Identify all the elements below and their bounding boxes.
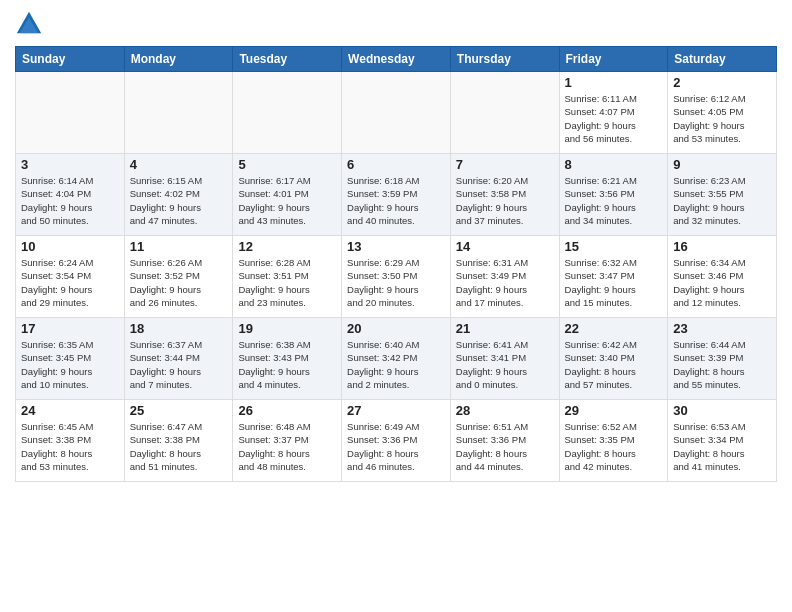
calendar-day-header: Sunday (16, 47, 125, 72)
calendar-day-cell: 17Sunrise: 6:35 AM Sunset: 3:45 PM Dayli… (16, 318, 125, 400)
day-info: Sunrise: 6:14 AM Sunset: 4:04 PM Dayligh… (21, 174, 119, 227)
calendar-day-cell (342, 72, 451, 154)
calendar-day-cell: 2Sunrise: 6:12 AM Sunset: 4:05 PM Daylig… (668, 72, 777, 154)
day-info: Sunrise: 6:38 AM Sunset: 3:43 PM Dayligh… (238, 338, 336, 391)
calendar-day-cell: 27Sunrise: 6:49 AM Sunset: 3:36 PM Dayli… (342, 400, 451, 482)
calendar-day-header: Tuesday (233, 47, 342, 72)
calendar-day-header: Friday (559, 47, 668, 72)
day-number: 10 (21, 239, 119, 254)
day-info: Sunrise: 6:41 AM Sunset: 3:41 PM Dayligh… (456, 338, 554, 391)
day-info: Sunrise: 6:17 AM Sunset: 4:01 PM Dayligh… (238, 174, 336, 227)
calendar-day-cell: 1Sunrise: 6:11 AM Sunset: 4:07 PM Daylig… (559, 72, 668, 154)
logo-icon (15, 10, 43, 38)
day-number: 29 (565, 403, 663, 418)
calendar-day-cell: 18Sunrise: 6:37 AM Sunset: 3:44 PM Dayli… (124, 318, 233, 400)
day-info: Sunrise: 6:40 AM Sunset: 3:42 PM Dayligh… (347, 338, 445, 391)
day-info: Sunrise: 6:47 AM Sunset: 3:38 PM Dayligh… (130, 420, 228, 473)
page: SundayMondayTuesdayWednesdayThursdayFrid… (0, 0, 792, 612)
day-info: Sunrise: 6:26 AM Sunset: 3:52 PM Dayligh… (130, 256, 228, 309)
calendar-day-header: Monday (124, 47, 233, 72)
calendar-day-cell (16, 72, 125, 154)
day-info: Sunrise: 6:12 AM Sunset: 4:05 PM Dayligh… (673, 92, 771, 145)
calendar-week-row: 17Sunrise: 6:35 AM Sunset: 3:45 PM Dayli… (16, 318, 777, 400)
calendar-day-cell (124, 72, 233, 154)
calendar-day-cell: 23Sunrise: 6:44 AM Sunset: 3:39 PM Dayli… (668, 318, 777, 400)
calendar-week-row: 10Sunrise: 6:24 AM Sunset: 3:54 PM Dayli… (16, 236, 777, 318)
calendar-day-cell: 12Sunrise: 6:28 AM Sunset: 3:51 PM Dayli… (233, 236, 342, 318)
day-info: Sunrise: 6:49 AM Sunset: 3:36 PM Dayligh… (347, 420, 445, 473)
calendar-day-cell (233, 72, 342, 154)
calendar-day-cell: 10Sunrise: 6:24 AM Sunset: 3:54 PM Dayli… (16, 236, 125, 318)
day-number: 16 (673, 239, 771, 254)
calendar-day-cell: 14Sunrise: 6:31 AM Sunset: 3:49 PM Dayli… (450, 236, 559, 318)
calendar-day-cell: 22Sunrise: 6:42 AM Sunset: 3:40 PM Dayli… (559, 318, 668, 400)
day-info: Sunrise: 6:51 AM Sunset: 3:36 PM Dayligh… (456, 420, 554, 473)
calendar-day-cell: 25Sunrise: 6:47 AM Sunset: 3:38 PM Dayli… (124, 400, 233, 482)
calendar: SundayMondayTuesdayWednesdayThursdayFrid… (15, 46, 777, 482)
day-info: Sunrise: 6:28 AM Sunset: 3:51 PM Dayligh… (238, 256, 336, 309)
day-number: 27 (347, 403, 445, 418)
day-number: 3 (21, 157, 119, 172)
day-number: 12 (238, 239, 336, 254)
day-number: 14 (456, 239, 554, 254)
day-info: Sunrise: 6:11 AM Sunset: 4:07 PM Dayligh… (565, 92, 663, 145)
day-info: Sunrise: 6:42 AM Sunset: 3:40 PM Dayligh… (565, 338, 663, 391)
day-info: Sunrise: 6:32 AM Sunset: 3:47 PM Dayligh… (565, 256, 663, 309)
day-info: Sunrise: 6:48 AM Sunset: 3:37 PM Dayligh… (238, 420, 336, 473)
calendar-day-cell: 16Sunrise: 6:34 AM Sunset: 3:46 PM Dayli… (668, 236, 777, 318)
day-number: 11 (130, 239, 228, 254)
calendar-day-header: Thursday (450, 47, 559, 72)
header (15, 10, 777, 38)
day-number: 15 (565, 239, 663, 254)
logo (15, 10, 47, 38)
day-info: Sunrise: 6:37 AM Sunset: 3:44 PM Dayligh… (130, 338, 228, 391)
calendar-day-header: Saturday (668, 47, 777, 72)
day-number: 17 (21, 321, 119, 336)
day-number: 28 (456, 403, 554, 418)
calendar-day-cell (450, 72, 559, 154)
calendar-week-row: 3Sunrise: 6:14 AM Sunset: 4:04 PM Daylig… (16, 154, 777, 236)
calendar-day-cell: 15Sunrise: 6:32 AM Sunset: 3:47 PM Dayli… (559, 236, 668, 318)
calendar-day-cell: 4Sunrise: 6:15 AM Sunset: 4:02 PM Daylig… (124, 154, 233, 236)
calendar-day-cell: 11Sunrise: 6:26 AM Sunset: 3:52 PM Dayli… (124, 236, 233, 318)
calendar-day-cell: 13Sunrise: 6:29 AM Sunset: 3:50 PM Dayli… (342, 236, 451, 318)
day-number: 1 (565, 75, 663, 90)
day-number: 25 (130, 403, 228, 418)
day-number: 22 (565, 321, 663, 336)
calendar-header-row: SundayMondayTuesdayWednesdayThursdayFrid… (16, 47, 777, 72)
day-number: 18 (130, 321, 228, 336)
calendar-day-cell: 20Sunrise: 6:40 AM Sunset: 3:42 PM Dayli… (342, 318, 451, 400)
day-info: Sunrise: 6:18 AM Sunset: 3:59 PM Dayligh… (347, 174, 445, 227)
day-number: 20 (347, 321, 445, 336)
calendar-day-cell: 6Sunrise: 6:18 AM Sunset: 3:59 PM Daylig… (342, 154, 451, 236)
calendar-day-cell: 19Sunrise: 6:38 AM Sunset: 3:43 PM Dayli… (233, 318, 342, 400)
day-number: 19 (238, 321, 336, 336)
calendar-day-cell: 7Sunrise: 6:20 AM Sunset: 3:58 PM Daylig… (450, 154, 559, 236)
day-number: 23 (673, 321, 771, 336)
day-info: Sunrise: 6:23 AM Sunset: 3:55 PM Dayligh… (673, 174, 771, 227)
calendar-week-row: 24Sunrise: 6:45 AM Sunset: 3:38 PM Dayli… (16, 400, 777, 482)
day-info: Sunrise: 6:15 AM Sunset: 4:02 PM Dayligh… (130, 174, 228, 227)
calendar-day-header: Wednesday (342, 47, 451, 72)
day-info: Sunrise: 6:52 AM Sunset: 3:35 PM Dayligh… (565, 420, 663, 473)
day-info: Sunrise: 6:45 AM Sunset: 3:38 PM Dayligh… (21, 420, 119, 473)
day-number: 7 (456, 157, 554, 172)
day-number: 4 (130, 157, 228, 172)
day-number: 2 (673, 75, 771, 90)
calendar-day-cell: 24Sunrise: 6:45 AM Sunset: 3:38 PM Dayli… (16, 400, 125, 482)
day-info: Sunrise: 6:53 AM Sunset: 3:34 PM Dayligh… (673, 420, 771, 473)
day-info: Sunrise: 6:21 AM Sunset: 3:56 PM Dayligh… (565, 174, 663, 227)
calendar-day-cell: 26Sunrise: 6:48 AM Sunset: 3:37 PM Dayli… (233, 400, 342, 482)
day-info: Sunrise: 6:20 AM Sunset: 3:58 PM Dayligh… (456, 174, 554, 227)
day-number: 21 (456, 321, 554, 336)
calendar-day-cell: 5Sunrise: 6:17 AM Sunset: 4:01 PM Daylig… (233, 154, 342, 236)
day-info: Sunrise: 6:31 AM Sunset: 3:49 PM Dayligh… (456, 256, 554, 309)
calendar-day-cell: 9Sunrise: 6:23 AM Sunset: 3:55 PM Daylig… (668, 154, 777, 236)
day-info: Sunrise: 6:29 AM Sunset: 3:50 PM Dayligh… (347, 256, 445, 309)
day-number: 26 (238, 403, 336, 418)
day-info: Sunrise: 6:44 AM Sunset: 3:39 PM Dayligh… (673, 338, 771, 391)
day-number: 6 (347, 157, 445, 172)
day-info: Sunrise: 6:34 AM Sunset: 3:46 PM Dayligh… (673, 256, 771, 309)
calendar-day-cell: 3Sunrise: 6:14 AM Sunset: 4:04 PM Daylig… (16, 154, 125, 236)
day-number: 8 (565, 157, 663, 172)
